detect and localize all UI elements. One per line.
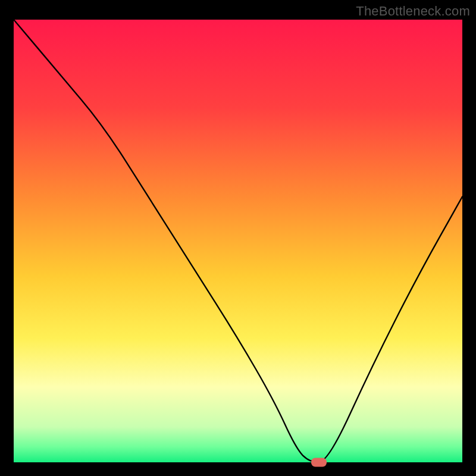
watermark-text: TheBottleneck.com [356, 4, 470, 19]
plot-svg [14, 20, 462, 462]
optimal-marker [311, 458, 327, 467]
chart-frame: TheBottleneck.com [0, 0, 476, 476]
gradient-background [14, 20, 462, 462]
plot-area [14, 20, 462, 462]
